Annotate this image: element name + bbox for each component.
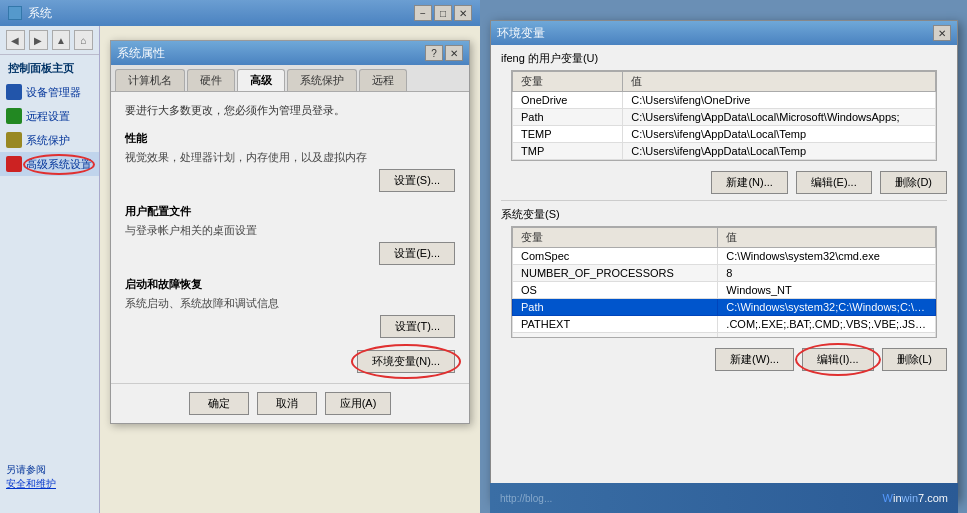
dialog-controls[interactable]: ? ✕: [425, 45, 463, 61]
nav-item-system-protection[interactable]: 系统保护: [0, 128, 99, 152]
sys-var-col-header: 变量: [513, 228, 718, 248]
tab-computer-name[interactable]: 计算机名: [115, 69, 185, 91]
dialog-close-btn[interactable]: ✕: [445, 45, 463, 61]
up-btn[interactable]: ▲: [52, 30, 71, 50]
tab-remote[interactable]: 远程: [359, 69, 407, 91]
sys-val-col-header: 值: [718, 228, 936, 248]
system-properties-dialog: 系统属性 ? ✕ 计算机名 硬件 高级 系统保护 远程 要进行大多数更改，您必须…: [110, 40, 470, 424]
sys-var-row[interactable]: PATHEXT.COM;.EXE;.BAT;.CMD;.VBS;.VBE;.JS…: [513, 316, 936, 333]
sys-var-value: AMD64: [718, 333, 936, 338]
back-btn[interactable]: ◀: [6, 30, 25, 50]
dialog-content: 要进行大多数更改，您必须作为管理员登录。 性能 视觉效果，处理器计划，内存使用，…: [111, 92, 469, 383]
startup-desc: 系统启动、系统故障和调试信息: [125, 296, 455, 311]
env-window-controls[interactable]: ✕: [933, 25, 951, 41]
apply-btn[interactable]: 应用(A): [325, 392, 392, 415]
nav-item-advanced-system[interactable]: 高级系统设置: [0, 152, 99, 176]
env-variables-window: 环境变量 ✕ ifeng 的用户变量(U) 变量 值 OneDriveC:\Us…: [490, 20, 958, 500]
user-profiles-title: 用户配置文件: [125, 204, 455, 219]
dialog-title-bar: 系统属性 ? ✕: [111, 41, 469, 65]
user-delete-btn[interactable]: 删除(D): [880, 171, 947, 194]
user-var-name: Path: [513, 109, 623, 126]
user-vars-section: ifeng 的用户变量(U) 变量 值 OneDriveC:\Users\ife…: [491, 45, 957, 165]
sys-var-row[interactable]: PROCESSOR_ARCHITECT...AMD64: [513, 333, 936, 338]
sys-new-btn[interactable]: 新建(W)...: [715, 348, 794, 371]
watermark-bar: http://blog... Winwin7.com: [490, 483, 958, 513]
tab-advanced[interactable]: 高级: [237, 69, 285, 91]
user-var-col-header: 变量: [513, 72, 623, 92]
sys-var-name: Path: [513, 299, 718, 316]
user-var-row[interactable]: TMPC:\Users\ifeng\AppData\Local\Temp: [513, 143, 936, 160]
remote-settings-icon: [6, 108, 22, 124]
user-edit-btn[interactable]: 编辑(E)...: [796, 171, 872, 194]
sys-var-row[interactable]: NUMBER_OF_PROCESSORS8: [513, 265, 936, 282]
dialog-warning: 要进行大多数更改，您必须作为管理员登录。: [125, 102, 455, 119]
user-var-name: OneDrive: [513, 92, 623, 109]
user-var-name: TMP: [513, 143, 623, 160]
sys-edit-btn[interactable]: 编辑(I)...: [802, 348, 874, 371]
nav-item-remote-settings[interactable]: 远程设置: [0, 104, 99, 128]
sys-var-name: OS: [513, 282, 718, 299]
watermark-logo: Winwin7.com: [883, 492, 948, 504]
user-vars-buttons: 新建(N)... 编辑(E)... 删除(D): [491, 165, 957, 200]
security-maintenance-link[interactable]: 安全和维护: [6, 477, 56, 491]
sys-vars-title: 系统变量(S): [501, 207, 947, 222]
env-title-bar: 环境变量 ✕: [491, 21, 957, 45]
system-protection-label: 系统保护: [26, 133, 70, 148]
close-btn[interactable]: ✕: [454, 5, 472, 21]
device-manager-icon: [6, 84, 22, 100]
sys-var-row[interactable]: PathC:\Windows\system32;C:\Windows;C:\Wi…: [513, 299, 936, 316]
nav-arrows: ◀ ▶ ▲ ⌂: [0, 26, 99, 55]
sys-vars-buttons: 新建(W)... 编辑(I)... 删除(L): [491, 342, 957, 377]
dialog-minimize-btn[interactable]: ?: [425, 45, 443, 61]
tab-system-protection[interactable]: 系统保护: [287, 69, 357, 91]
system-title: 系统: [28, 5, 52, 22]
user-vars-table: 变量 值 OneDriveC:\Users\ifeng\OneDrivePath…: [512, 71, 936, 160]
system-window-controls[interactable]: − □ ✕: [414, 5, 472, 21]
sys-var-value: C:\Windows\system32\cmd.exe: [718, 248, 936, 265]
tabs-bar: 计算机名 硬件 高级 系统保护 远程: [111, 65, 469, 92]
tab-hardware[interactable]: 硬件: [187, 69, 235, 91]
sys-var-row[interactable]: OSWindows_NT: [513, 282, 936, 299]
user-vars-scroll[interactable]: 变量 值 OneDriveC:\Users\ifeng\OneDrivePath…: [512, 71, 936, 160]
sys-var-name: PATHEXT: [513, 316, 718, 333]
minimize-btn[interactable]: −: [414, 5, 432, 21]
sys-var-name: NUMBER_OF_PROCESSORS: [513, 265, 718, 282]
env-title: 环境变量: [497, 25, 545, 42]
forward-btn[interactable]: ▶: [29, 30, 48, 50]
remote-settings-label: 远程设置: [26, 109, 70, 124]
home-btn[interactable]: ⌂: [74, 30, 93, 50]
sys-vars-scroll[interactable]: 变量 值 ComSpecC:\Windows\system32\cmd.exeN…: [512, 227, 936, 337]
ok-btn[interactable]: 确定: [189, 392, 249, 415]
user-new-btn[interactable]: 新建(N)...: [711, 171, 787, 194]
sys-vars-section: 系统变量(S) 变量 值 ComSpecC:\Windows\system32\…: [491, 201, 957, 342]
maximize-btn[interactable]: □: [434, 5, 452, 21]
startup-settings-btn[interactable]: 设置(T)...: [380, 315, 455, 338]
sys-var-name: ComSpec: [513, 248, 718, 265]
env-close-btn[interactable]: ✕: [933, 25, 951, 41]
title-left: 系统: [8, 5, 52, 22]
sys-delete-btn[interactable]: 删除(L): [882, 348, 947, 371]
user-var-row[interactable]: TEMPC:\Users\ifeng\AppData\Local\Temp: [513, 126, 936, 143]
user-var-row[interactable]: PathC:\Users\ifeng\AppData\Local\Microso…: [513, 109, 936, 126]
nav-bottom: 另请参阅 安全和维护: [6, 463, 56, 493]
user-profiles-section: 用户配置文件 与登录帐户相关的桌面设置 设置(E)...: [125, 204, 455, 265]
advanced-system-label: 高级系统设置: [26, 157, 92, 172]
user-var-row[interactable]: OneDriveC:\Users\ifeng\OneDrive: [513, 92, 936, 109]
performance-settings-btn[interactable]: 设置(S)...: [379, 169, 455, 192]
sys-var-row[interactable]: ComSpecC:\Windows\system32\cmd.exe: [513, 248, 936, 265]
env-vars-btn[interactable]: 环境变量(N)...: [357, 350, 455, 373]
user-var-value: C:\Users\ifeng\AppData\Local\Microsoft\W…: [623, 109, 936, 126]
sys-var-value: 8: [718, 265, 936, 282]
nav-item-device-manager[interactable]: 设备管理器: [0, 80, 99, 104]
system-title-bar: 系统 − □ ✕: [0, 0, 480, 26]
user-profiles-settings-btn[interactable]: 设置(E)...: [379, 242, 455, 265]
sys-vars-table-container: 变量 值 ComSpecC:\Windows\system32\cmd.exeN…: [511, 226, 937, 338]
user-vars-table-container: 变量 值 OneDriveC:\Users\ifeng\OneDrivePath…: [511, 70, 937, 161]
cancel-btn[interactable]: 取消: [257, 392, 317, 415]
user-var-value: C:\Users\ifeng\OneDrive: [623, 92, 936, 109]
system-icon: [8, 6, 22, 20]
env-vars-container: 环境变量(N)...: [125, 350, 455, 373]
user-profiles-desc: 与登录帐户相关的桌面设置: [125, 223, 455, 238]
advanced-system-icon: [6, 156, 22, 172]
sys-var-value: .COM;.EXE;.BAT;.CMD;.VBS;.VBE;.JS;.JSE;.…: [718, 316, 936, 333]
